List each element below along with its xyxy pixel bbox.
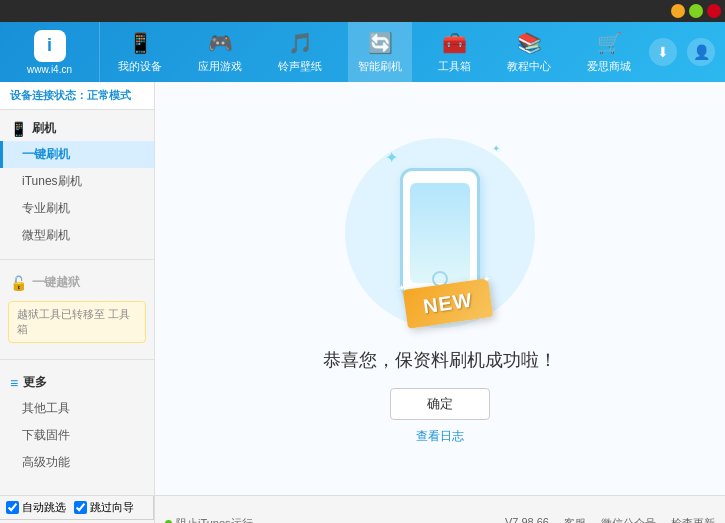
status-label: 设备连接状态： [10, 89, 87, 101]
logo-area: i www.i4.cn [0, 22, 100, 82]
titlebar [0, 0, 725, 22]
nav-ringtones-label: 铃声壁纸 [278, 59, 322, 74]
sidebar-item-itunes-flash[interactable]: iTunes刷机 [0, 168, 154, 195]
skip-wizard-checkbox[interactable]: 跳过向导 [74, 500, 134, 515]
new-ribbon: ✦ ✦ NEW [403, 278, 493, 329]
sparkle-right: ✦ [492, 143, 500, 154]
flash-section-title: 📱 刷机 [0, 116, 154, 141]
nav-apps-games-label: 应用游戏 [198, 59, 242, 74]
jailbreak-info-box: 越狱工具已转移至 工具箱 [8, 301, 146, 343]
nav-right-actions: ⬇ 👤 [649, 38, 725, 66]
jailbreak-section-title: 🔓 一键越狱 [0, 270, 154, 295]
nav-my-device[interactable]: 📱 我的设备 [108, 22, 172, 82]
device-status-bar: 设备连接状态：正常模式 [0, 82, 154, 110]
maximize-button[interactable] [689, 4, 703, 18]
nav-toolbox[interactable]: 🧰 工具箱 [428, 22, 481, 82]
logo-text: i [47, 35, 52, 56]
close-button[interactable] [707, 4, 721, 18]
new-badge: ✦ ✦ NEW [405, 284, 491, 323]
auto-jump-label: 自动跳选 [22, 500, 66, 515]
phone-illustration: ✦ ✦ ✦ ✦ NEW [340, 133, 540, 333]
divider-2 [0, 359, 154, 360]
bottom-right-status: 阻止iTunes运行 V7.98.66 客服 微信公众号 检查更新 [155, 496, 725, 523]
sidebar-item-other-tools[interactable]: 其他工具 [0, 395, 154, 422]
content-area: ✦ ✦ ✦ ✦ NEW 恭喜您，保资料刷机成功啦！ 确定 查看日志 [155, 82, 725, 495]
auto-jump-checkbox[interactable]: 自动跳选 [6, 500, 66, 515]
nav-smart-flash-label: 智能刷机 [358, 59, 402, 74]
success-message: 恭喜您，保资料刷机成功啦！ [323, 348, 557, 372]
check-update-link[interactable]: 检查更新 [671, 516, 715, 523]
toolbox-icon: 🧰 [442, 31, 467, 55]
sidebar-item-pro-flash[interactable]: 专业刷机 [0, 195, 154, 222]
phone-screen [410, 183, 470, 283]
my-device-icon: 📱 [128, 31, 153, 55]
status-links: V7.98.66 客服 微信公众号 检查更新 [505, 516, 715, 523]
ribbon-sparkle-1: ✦ [397, 281, 406, 293]
itunes-status-label: 阻止iTunes运行 [176, 516, 253, 523]
nav-tutorials[interactable]: 📚 教程中心 [497, 22, 561, 82]
nav-store[interactable]: 🛒 爱思商城 [577, 22, 641, 82]
bottom-checkboxes: 自动跳选 跳过向导 [0, 496, 154, 520]
sidebar: 设备连接状态：正常模式 📱 刷机 一键刷机 iTunes刷机 专业刷机 微型刷机 [0, 82, 155, 495]
sparkle-left: ✦ [385, 148, 398, 167]
version-label: V7.98.66 [505, 516, 549, 523]
status-value: 正常模式 [87, 89, 131, 101]
download-button[interactable]: ⬇ [649, 38, 677, 66]
new-ribbon-text: NEW [422, 288, 474, 317]
jailbreak-section-label: 一键越狱 [32, 274, 80, 291]
nav-ringtones[interactable]: 🎵 铃声壁纸 [268, 22, 332, 82]
main-layout: 设备连接状态：正常模式 📱 刷机 一键刷机 iTunes刷机 专业刷机 微型刷机 [0, 82, 725, 495]
wechat-link[interactable]: 微信公众号 [601, 516, 656, 523]
other-tools-label: 其他工具 [22, 401, 70, 415]
one-click-flash-label: 一键刷机 [22, 147, 70, 161]
more-section-icon: ≡ [10, 375, 18, 391]
micro-flash-label: 微型刷机 [22, 228, 70, 242]
sidebar-flash-section: 📱 刷机 一键刷机 iTunes刷机 专业刷机 微型刷机 [0, 110, 154, 255]
flash-section-icon: 📱 [10, 121, 27, 137]
ringtones-icon: 🎵 [288, 31, 313, 55]
sidebar-item-advanced[interactable]: 高级功能 [0, 449, 154, 476]
logo-icon: i [34, 30, 66, 62]
advanced-label: 高级功能 [22, 455, 70, 469]
more-section-title: ≡ 更多 [0, 370, 154, 395]
skip-wizard-label: 跳过向导 [90, 500, 134, 515]
nav-my-device-label: 我的设备 [118, 59, 162, 74]
divider-1 [0, 259, 154, 260]
logo-url: www.i4.cn [27, 64, 72, 75]
download-firmware-label: 下载固件 [22, 428, 70, 442]
sidebar-item-one-click-flash[interactable]: 一键刷机 [0, 141, 154, 168]
bottom-section: 自动跳选 跳过向导 📱 iPhone 12 mini 64GB Down-12m… [0, 495, 725, 523]
ribbon-sparkle-2: ✦ [482, 272, 491, 284]
nav-smart-flash[interactable]: 🔄 智能刷机 [348, 22, 412, 82]
smart-flash-icon: 🔄 [368, 31, 393, 55]
support-link[interactable]: 客服 [564, 516, 586, 523]
bottom-left-panel: 自动跳选 跳过向导 📱 iPhone 12 mini 64GB Down-12m… [0, 496, 155, 523]
minimize-button[interactable] [671, 4, 685, 18]
confirm-button[interactable]: 确定 [390, 388, 490, 420]
pro-flash-label: 专业刷机 [22, 201, 70, 215]
sidebar-item-micro-flash[interactable]: 微型刷机 [0, 222, 154, 249]
store-icon: 🛒 [597, 31, 622, 55]
view-log-link[interactable]: 查看日志 [416, 428, 464, 445]
nav-apps-games[interactable]: 🎮 应用游戏 [188, 22, 252, 82]
nav-items: 📱 我的设备 🎮 应用游戏 🎵 铃声壁纸 🔄 智能刷机 🧰 工具箱 📚 教程中心… [100, 22, 649, 82]
nav-store-label: 爱思商城 [587, 59, 631, 74]
more-section-label: 更多 [23, 374, 47, 391]
jailbreak-info-text: 越狱工具已转移至 工具箱 [17, 308, 130, 335]
account-button[interactable]: 👤 [687, 38, 715, 66]
tutorials-icon: 📚 [517, 31, 542, 55]
sidebar-more-section: ≡ 更多 其他工具 下载固件 高级功能 [0, 364, 154, 482]
itunes-flash-label: iTunes刷机 [22, 174, 82, 188]
lock-icon: 🔓 [10, 275, 27, 291]
flash-section-label: 刷机 [32, 120, 56, 137]
nav-toolbox-label: 工具箱 [438, 59, 471, 74]
apps-games-icon: 🎮 [208, 31, 233, 55]
top-navigation: i www.i4.cn 📱 我的设备 🎮 应用游戏 🎵 铃声壁纸 🔄 智能刷机 … [0, 22, 725, 82]
sidebar-item-download-firmware[interactable]: 下载固件 [0, 422, 154, 449]
sidebar-jailbreak-section: 🔓 一键越狱 越狱工具已转移至 工具箱 [0, 264, 154, 355]
nav-tutorials-label: 教程中心 [507, 59, 551, 74]
phone-body [400, 168, 480, 298]
itunes-status: 阻止iTunes运行 [165, 516, 253, 523]
